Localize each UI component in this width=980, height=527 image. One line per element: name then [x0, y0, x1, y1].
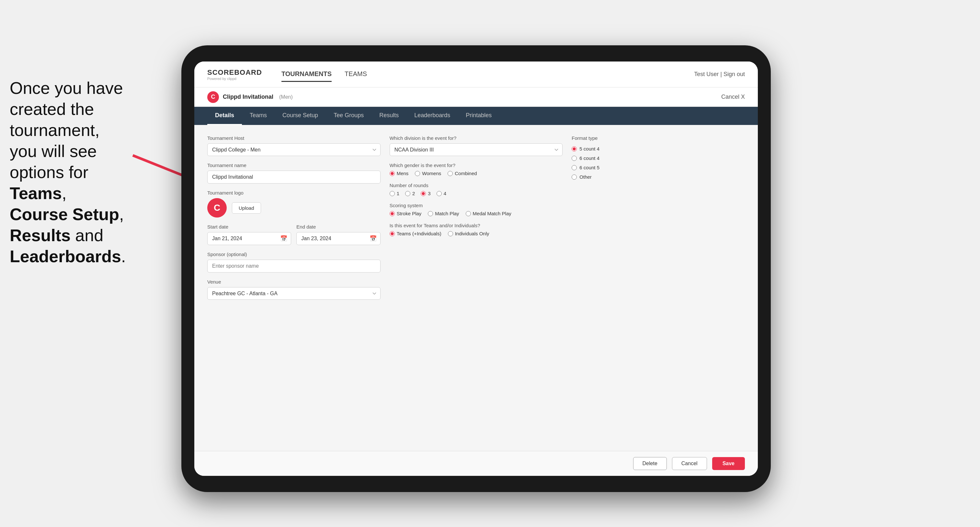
end-date-label: End date	[296, 224, 380, 230]
cancel-x-button[interactable]: Cancel X	[721, 94, 745, 100]
user-area: Test User | Sign out	[694, 71, 745, 78]
scoring-radio-group: Stroke Play Match Play Medal Match Play	[390, 211, 563, 216]
delete-button[interactable]: Delete	[633, 457, 667, 470]
start-date-group: Start date 📅	[207, 224, 291, 245]
teams-plus-individuals[interactable]: Teams (+Individuals)	[390, 231, 441, 236]
instruction-bold1: Teams	[10, 184, 62, 203]
instruction-and: and	[71, 226, 103, 245]
middle-column: Which division is the event for? NCAA Di…	[390, 135, 563, 441]
logo-upload-area: C Upload	[207, 198, 380, 217]
end-date-input[interactable]	[296, 232, 380, 245]
logo-circle: C	[207, 198, 227, 217]
format-6count4[interactable]: 6 count 4	[572, 156, 745, 161]
logo-area: SCOREBOARD Powered by clippd	[207, 68, 262, 81]
tournament-name-label: Tournament name	[207, 162, 380, 168]
gender-womens[interactable]: Womens	[415, 171, 441, 176]
sponsor-input[interactable]	[207, 260, 380, 273]
rounds-2[interactable]: 2	[405, 190, 415, 196]
tab-results[interactable]: Results	[371, 107, 406, 125]
instruction-line1: Once you havecreated thetournament,you w…	[10, 79, 123, 182]
instruction-bold3: Results	[10, 226, 71, 245]
upload-button[interactable]: Upload	[232, 202, 261, 214]
sponsor-group: Sponsor (optional)	[207, 252, 380, 273]
form-area: Tournament Host Clippd College - Men Tou…	[194, 125, 758, 451]
tabs-bar: Details Teams Course Setup Tee Groups Re…	[194, 107, 758, 125]
format-6count5[interactable]: 6 count 5	[572, 165, 745, 170]
end-date-calendar-icon: 📅	[369, 235, 377, 242]
format-other[interactable]: Other	[572, 174, 745, 179]
tablet-device: SCOREBOARD Powered by clippd TOURNAMENTS…	[181, 45, 771, 492]
nav-tournaments[interactable]: TOURNAMENTS	[282, 67, 332, 82]
tournament-name-input[interactable]	[207, 171, 380, 184]
tab-leaderboards[interactable]: Leaderboards	[406, 107, 458, 125]
rounds-group: Number of rounds 1 2 3	[390, 183, 563, 196]
venue-select[interactable]: Peachtree GC - Atlanta - GA	[207, 287, 380, 300]
rounds-4[interactable]: 4	[437, 190, 446, 196]
start-date-wrapper: 📅	[207, 232, 291, 245]
end-date-wrapper: 📅	[296, 232, 380, 245]
teams-individuals-radio-group: Teams (+Individuals) Individuals Only	[390, 231, 563, 236]
scoring-stroke-play[interactable]: Stroke Play	[390, 211, 422, 216]
tournament-logo-group: Tournament logo C Upload	[207, 190, 380, 217]
tab-printables[interactable]: Printables	[458, 107, 500, 125]
gender-label: Which gender is the event for?	[390, 162, 563, 168]
tournament-name-group: Tournament name	[207, 162, 380, 184]
tournament-logo-label: Tournament logo	[207, 190, 380, 195]
start-date-input[interactable]	[207, 232, 291, 245]
nav-links: TOURNAMENTS TEAMS	[282, 67, 694, 82]
start-date-calendar-icon: 📅	[280, 235, 287, 242]
start-date-label: Start date	[207, 224, 291, 230]
gender-group: Which gender is the event for? Mens Wome…	[390, 162, 563, 176]
tournament-header: C Clippd Invitational (Men) Cancel X	[194, 87, 758, 107]
rounds-radio-group: 1 2 3 4	[390, 190, 563, 196]
division-select[interactable]: NCAA Division III	[390, 143, 563, 156]
gender-combined[interactable]: Combined	[447, 171, 477, 176]
venue-group: Venue Peachtree GC - Atlanta - GA	[207, 279, 380, 300]
instruction-comma1: ,	[62, 184, 67, 203]
save-button[interactable]: Save	[712, 457, 745, 470]
sponsor-label: Sponsor (optional)	[207, 252, 380, 257]
tournament-host-select[interactable]: Clippd College - Men	[207, 143, 380, 156]
scoring-system-group: Scoring system Stroke Play Match Play Me…	[390, 203, 563, 216]
rounds-label: Number of rounds	[390, 183, 563, 188]
nav-teams[interactable]: TEAMS	[345, 67, 367, 82]
division-label: Which division is the event for?	[390, 135, 563, 141]
scoring-match-play[interactable]: Match Play	[428, 211, 459, 216]
format-type-label: Format type	[572, 135, 745, 141]
end-date-group: End date 📅	[296, 224, 380, 245]
cancel-button[interactable]: Cancel	[672, 457, 707, 470]
tournament-host-label: Tournament Host	[207, 135, 380, 141]
tab-details[interactable]: Details	[207, 107, 242, 125]
venue-label: Venue	[207, 279, 380, 284]
rounds-3[interactable]: 3	[421, 190, 430, 196]
left-column: Tournament Host Clippd College - Men Tou…	[207, 135, 380, 441]
tournament-name: Clippd Invitational	[223, 94, 273, 100]
instruction-bold2: Course Setup	[10, 205, 119, 224]
teams-individuals-group: Is this event for Teams and/or Individua…	[390, 223, 563, 236]
logo-text: SCOREBOARD	[207, 68, 262, 77]
scoring-system-label: Scoring system	[390, 203, 563, 208]
tab-teams[interactable]: Teams	[242, 107, 275, 125]
individuals-only[interactable]: Individuals Only	[448, 231, 489, 236]
gender-radio-group: Mens Womens Combined	[390, 171, 563, 176]
instruction-text: Once you havecreated thetournament,you w…	[0, 71, 149, 273]
tournament-host-group: Tournament Host Clippd College - Men	[207, 135, 380, 156]
dates-group: Start date 📅 End date 📅	[207, 224, 380, 245]
footer-bar: Delete Cancel Save	[194, 451, 758, 476]
tab-course-setup[interactable]: Course Setup	[275, 107, 326, 125]
instruction-bold4: Leaderboards	[10, 247, 121, 266]
top-nav: SCOREBOARD Powered by clippd TOURNAMENTS…	[194, 62, 758, 87]
scoring-medal-match-play[interactable]: Medal Match Play	[466, 211, 511, 216]
gender-mens[interactable]: Mens	[390, 171, 409, 176]
logo-sub: Powered by clippd	[207, 77, 262, 81]
user-text[interactable]: Test User | Sign out	[694, 71, 745, 77]
right-column: Format type 5 count 4 6 count 4 6 count …	[572, 135, 745, 441]
tablet-screen: SCOREBOARD Powered by clippd TOURNAMENTS…	[194, 62, 758, 476]
rounds-1[interactable]: 1	[390, 190, 399, 196]
tab-tee-groups[interactable]: Tee Groups	[326, 107, 371, 125]
tournament-logo-circle: C	[207, 91, 219, 103]
tournament-back: C Clippd Invitational (Men)	[207, 91, 293, 103]
teams-individuals-label: Is this event for Teams and/or Individua…	[390, 223, 563, 228]
division-group: Which division is the event for? NCAA Di…	[390, 135, 563, 156]
format-5count4[interactable]: 5 count 4	[572, 146, 745, 151]
